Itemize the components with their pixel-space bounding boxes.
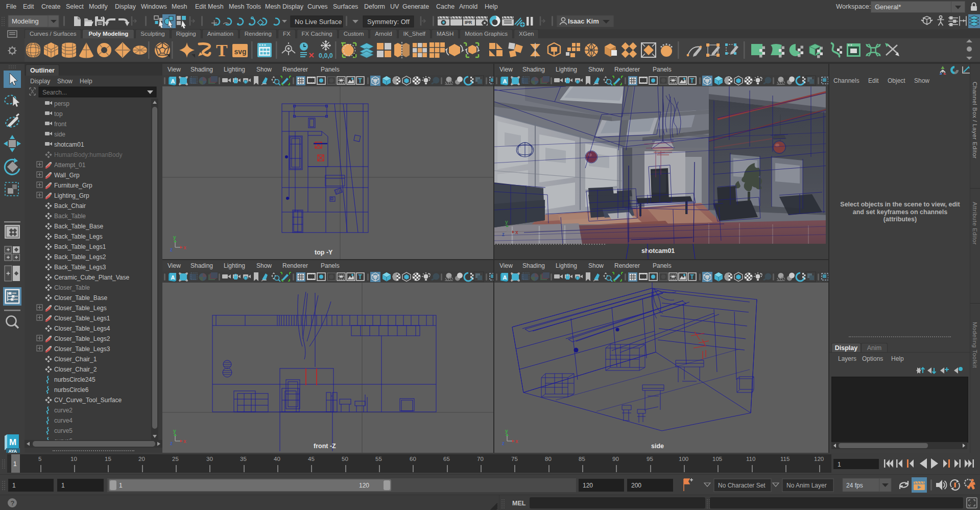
svg-text:side: side: [54, 131, 65, 138]
svg-text:45: 45: [308, 456, 315, 462]
svg-text:IPR: IPR: [465, 20, 472, 25]
svg-text:105: 105: [712, 456, 722, 462]
svg-text:60: 60: [410, 456, 416, 462]
svg-text:120: 120: [814, 456, 824, 462]
svg-text:front: front: [54, 121, 67, 128]
svg-text:No Anim Layer: No Anim Layer: [786, 482, 827, 489]
svg-text:curve5: curve5: [54, 427, 73, 434]
svg-text:side: side: [651, 443, 664, 450]
svg-text:Wall_Grp: Wall_Grp: [54, 172, 80, 179]
svg-text:MEL: MEL: [512, 500, 526, 507]
svg-text:65: 65: [443, 456, 450, 462]
svg-text:85: 85: [579, 456, 585, 462]
svg-text:0,0,0: 0,0,0: [319, 52, 333, 59]
svg-text:curve2: curve2: [54, 407, 73, 414]
svg-text:front -Z: front -Z: [314, 443, 336, 450]
svg-text:1: 1: [13, 460, 17, 468]
svg-text:Back_Table_Legs: Back_Table_Legs: [54, 233, 103, 240]
svg-text:shotcam01: shotcam01: [54, 141, 84, 148]
svg-text:top -Y: top -Y: [315, 249, 333, 256]
svg-text:Furniture_Grp: Furniture_Grp: [54, 182, 92, 189]
svg-text:svg: svg: [234, 48, 247, 56]
svg-text:15: 15: [105, 456, 111, 462]
svg-text:CV_Curve_Tool_Surface: CV_Curve_Tool_Surface: [54, 397, 122, 404]
svg-text:115: 115: [780, 456, 790, 462]
svg-text:75: 75: [511, 456, 518, 462]
svg-text:Closer_Chair_1: Closer_Chair_1: [54, 356, 97, 363]
svg-text:20: 20: [138, 456, 145, 462]
svg-text:Attempt_01: Attempt_01: [54, 161, 86, 169]
svg-text:Back_Table_Legs3: Back_Table_Legs3: [54, 264, 106, 271]
svg-text:Closer_Table_Legs3: Closer_Table_Legs3: [54, 345, 110, 353]
svg-text:200: 200: [631, 482, 641, 489]
svg-text:Closer_Table_Legs: Closer_Table_Legs: [54, 305, 107, 312]
svg-text:50: 50: [342, 456, 348, 462]
svg-text:95: 95: [647, 456, 653, 462]
svg-text:Modeling: Modeling: [12, 17, 39, 25]
svg-text:Back_Table_Base: Back_Table_Base: [54, 223, 103, 230]
svg-text:Closer_Table_Legs4: Closer_Table_Legs4: [54, 325, 110, 332]
svg-text:Back_Table_Legs2: Back_Table_Legs2: [54, 253, 106, 261]
svg-text:120: 120: [583, 482, 593, 489]
svg-text:Back_Table_Legs1: Back_Table_Legs1: [54, 243, 106, 250]
svg-text:Closer_Table_Legs2: Closer_Table_Legs2: [54, 335, 110, 342]
svg-text:70: 70: [477, 456, 484, 462]
svg-text:Back_Table: Back_Table: [54, 213, 86, 220]
svg-text:No Character Set: No Character Set: [718, 482, 766, 489]
svg-text:Symmetry: Off: Symmetry: Off: [367, 18, 410, 26]
svg-text:Closer_Table_Base: Closer_Table_Base: [54, 294, 107, 302]
svg-text:persp: persp: [54, 100, 69, 107]
svg-text:Ceramic_Cube_Plant_Vase: Ceramic_Cube_Plant_Vase: [54, 274, 130, 281]
svg-text:24 fps: 24 fps: [846, 482, 863, 489]
svg-text:90: 90: [612, 456, 619, 462]
svg-text:30: 30: [206, 456, 213, 462]
svg-text:top: top: [54, 110, 63, 118]
svg-text:M: M: [9, 437, 16, 447]
svg-text:1: 1: [838, 461, 841, 468]
svg-text:Lighting_Grp: Lighting_Grp: [54, 192, 89, 199]
svg-text:Closer_Table_Legs1: Closer_Table_Legs1: [54, 315, 110, 322]
svg-text:120: 120: [359, 482, 369, 489]
svg-text:No Live Surface: No Live Surface: [295, 18, 342, 26]
svg-text:1: 1: [12, 482, 16, 489]
svg-text:nurbsCircle6: nurbsCircle6: [54, 386, 89, 393]
svg-text:T: T: [216, 41, 228, 60]
svg-text:curve4: curve4: [54, 417, 73, 424]
svg-text:110: 110: [746, 456, 755, 462]
svg-text:5: 5: [38, 456, 41, 462]
svg-text:nurbsCircle245: nurbsCircle245: [54, 376, 95, 383]
svg-text:Isaac Kim: Isaac Kim: [568, 17, 599, 25]
svg-text:35: 35: [240, 456, 247, 462]
svg-text:80: 80: [545, 456, 552, 462]
svg-text:Back_Chair: Back_Chair: [54, 202, 86, 210]
svg-text:;: ;: [970, 501, 971, 506]
svg-text:HumanBody:humanBody: HumanBody:humanBody: [54, 151, 122, 158]
svg-text:AYA: AYA: [9, 449, 17, 453]
svg-text:40: 40: [274, 456, 280, 462]
svg-text:Closer_Table: Closer_Table: [54, 284, 90, 291]
svg-text:55: 55: [375, 456, 382, 462]
svg-text:10: 10: [70, 456, 77, 462]
svg-text:100: 100: [679, 456, 688, 462]
svg-text:1: 1: [61, 482, 65, 489]
svg-text:?: ?: [11, 499, 15, 507]
svg-text:1: 1: [119, 482, 123, 489]
svg-text:Closer_Chair_2: Closer_Chair_2: [54, 366, 97, 373]
svg-text:25: 25: [172, 456, 179, 462]
